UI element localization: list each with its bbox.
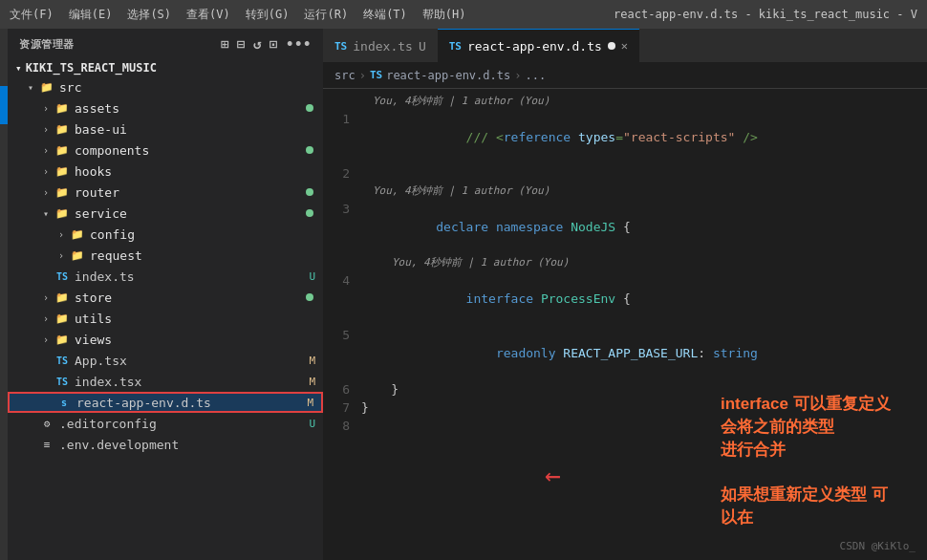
modified-dot: [306, 188, 313, 196]
tab-react-app-env[interactable]: TS react-app-env.d.ts ✕: [438, 29, 639, 62]
modified-dot: [306, 146, 313, 154]
tab-index-ts[interactable]: TS index.ts U: [323, 29, 438, 62]
line-number: 2: [323, 164, 361, 183]
folder-icon: 📁: [69, 249, 86, 262]
sidebar-item-index-tsx[interactable]: TS index.tsx M: [8, 371, 323, 392]
breadcrumb-sep1: ›: [359, 69, 366, 82]
close-icon[interactable]: ✕: [621, 39, 628, 53]
code-line-1: 1 /// <reference types="react-scripts" /…: [323, 110, 927, 164]
menu-item[interactable]: 编辑(E): [69, 7, 113, 23]
menu-item[interactable]: 运行(R): [304, 7, 348, 23]
line-number: 1: [323, 110, 361, 128]
sidebar-item-base-ui[interactable]: › 📁 base-ui: [8, 118, 323, 140]
line-number: 4: [323, 271, 361, 290]
line-content: }: [361, 380, 927, 398]
workspace-root[interactable]: ▾ KIKI_TS_REACT_MUSIC: [8, 59, 323, 76]
keyword: readonly: [496, 346, 556, 360]
code-editor[interactable]: You, 4秒钟前 | 1 author (You) 1 /// <refere…: [323, 89, 927, 560]
line-number: 5: [323, 326, 361, 344]
folder-label: service: [75, 206, 306, 221]
sidebar-item-react-app-env[interactable]: s react-app-env.d.ts M: [8, 392, 323, 413]
menu-item[interactable]: 查看(V): [186, 7, 230, 23]
folder-label: src: [59, 80, 323, 95]
folder-icon: 📁: [54, 186, 71, 199]
folder-icon: 📁: [54, 165, 71, 178]
folder-icon: 📁: [54, 123, 71, 136]
tab-label: index.ts: [353, 39, 413, 54]
sidebar-header-icons[interactable]: ⊞ ⊟ ↺ ⊡ •••: [221, 36, 312, 52]
folder-chevron: ›: [38, 124, 54, 135]
menu-item[interactable]: 转到(G): [246, 7, 290, 23]
sidebar-item-editorconfig[interactable]: ⚙ .editorconfig U: [8, 413, 323, 434]
main-layout: 资源管理器 ⊞ ⊟ ↺ ⊡ ••• ▾ KIKI_TS_REACT_MUSIC …: [0, 29, 927, 560]
folder-icon: 📁: [69, 228, 86, 241]
file-label: index.tsx: [75, 375, 309, 389]
workspace-name: KIKI_TS_REACT_MUSIC: [26, 61, 157, 75]
file-tree: ▾ KIKI_TS_REACT_MUSIC ▾ 📁 src › 📁 assets: [8, 59, 323, 560]
keyword: declare: [436, 220, 488, 234]
code-line-6: 6 }: [323, 380, 927, 398]
code-line-7: 7 }: [323, 398, 927, 417]
code-line-8: 8: [323, 417, 927, 435]
sidebar-item-store[interactable]: › 📁 store: [8, 287, 323, 308]
folder-chevron: ›: [38, 292, 54, 303]
editor-area: TS index.ts U TS react-app-env.d.ts ✕ sr…: [323, 29, 927, 560]
breadcrumb-dots: ...: [525, 69, 546, 82]
folder-label: hooks: [75, 164, 323, 179]
line-content: interface ProcessEnv {: [361, 271, 927, 326]
list-icon: ≡: [38, 439, 55, 451]
line-content: /// <reference types="react-scripts" />: [361, 110, 927, 164]
sidebar-item-utils[interactable]: › 📁 utils: [8, 308, 323, 329]
folder-icon: 📁: [54, 207, 71, 220]
gear-icon: ⚙: [38, 418, 55, 430]
folder-icon: 📁: [54, 102, 71, 115]
sidebar-item-router[interactable]: › 📁 router: [8, 182, 323, 203]
sidebar-item-env-dev[interactable]: ≡ .env.development: [8, 434, 323, 455]
folder-label: utils: [75, 312, 323, 326]
menu-item[interactable]: 终端(T): [363, 7, 407, 23]
sidebar-item-config[interactable]: › 📁 config: [8, 224, 323, 245]
annotation-text-sub: 如果想重新定义类型 可以在: [721, 484, 893, 529]
sidebar-item-app-tsx[interactable]: TS App.tsx M: [8, 350, 323, 371]
sidebar-item-views[interactable]: › 📁 views: [8, 329, 323, 350]
menu-item[interactable]: 选择(S): [127, 7, 171, 23]
file-label: .env.development: [59, 438, 323, 452]
modified-dot: [306, 104, 313, 112]
refresh-icon[interactable]: ↺: [253, 36, 262, 52]
new-folder-icon[interactable]: ⊟: [237, 36, 246, 52]
folder-icon: 📁: [54, 144, 71, 157]
more-icon[interactable]: •••: [286, 36, 312, 52]
annotation-text-line2: 进行合并: [721, 439, 893, 462]
modified-dot: [306, 209, 313, 217]
sidebar: 资源管理器 ⊞ ⊟ ↺ ⊡ ••• ▾ KIKI_TS_REACT_MUSIC …: [8, 29, 323, 560]
sidebar-item-request[interactable]: › 📁 request: [8, 245, 323, 266]
menu-item[interactable]: 帮助(H): [422, 7, 466, 23]
tab-label: react-app-env.d.ts: [467, 39, 602, 54]
type-kw: string: [713, 346, 758, 360]
sidebar-item-hooks[interactable]: › 📁 hooks: [8, 161, 323, 182]
collapse-icon[interactable]: ⊡: [269, 36, 278, 52]
line-content: declare namespace NodeJS {: [361, 200, 927, 254]
breadcrumb-src: src: [334, 69, 356, 82]
keyword: interface: [466, 291, 533, 306]
line-number: 3: [323, 200, 361, 218]
menu-bar[interactable]: // Will be rendered below 文件(F)编辑(E)选择(S…: [10, 7, 466, 23]
folder-chevron: ›: [38, 166, 54, 177]
breadcrumb-sep2: ›: [514, 69, 521, 82]
sidebar-item-assets[interactable]: › 📁 assets: [8, 97, 323, 118]
activity-bar-selected: [0, 86, 8, 124]
folder-chevron: ›: [38, 103, 54, 114]
menu-item[interactable]: 文件(F): [10, 7, 54, 23]
sidebar-item-src[interactable]: ▾ 📁 src: [8, 76, 323, 97]
line-number: 8: [323, 417, 361, 435]
sidebar-item-service-index[interactable]: TS index.ts U: [8, 266, 323, 287]
folder-label: store: [75, 291, 306, 305]
folder-chevron: ›: [54, 229, 69, 240]
git-annotation-3: You, 4秒钟前 | 1 author (You): [323, 254, 927, 271]
file-badge: M: [309, 376, 315, 388]
sidebar-item-components[interactable]: › 📁 components: [8, 140, 323, 161]
tabs-bar: TS index.ts U TS react-app-env.d.ts ✕: [323, 29, 927, 62]
new-file-icon[interactable]: ⊞: [221, 36, 229, 52]
type: ProcessEnv: [541, 291, 615, 306]
sidebar-item-service[interactable]: ▾ 📁 service: [8, 203, 323, 224]
